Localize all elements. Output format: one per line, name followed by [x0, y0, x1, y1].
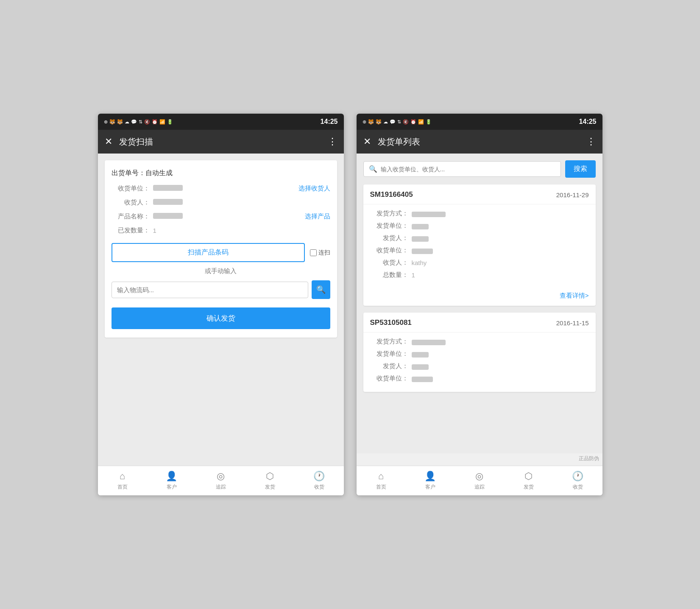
left-close-button[interactable]: ✕: [105, 136, 112, 147]
scan-section: 扫描产品条码 连扫 或手动输入 🔍 确认发货: [112, 243, 330, 329]
card-title: 出货单号：自动生成: [112, 169, 330, 178]
right-nav-receive[interactable]: 🕐 收货: [553, 466, 602, 495]
recvperson-label-1: 收货人：: [370, 259, 408, 267]
order-date-1: 2016-11-29: [556, 191, 589, 198]
receiver-unit-label: 收货单位：: [112, 184, 150, 193]
detail-link-1[interactable]: 查看详情>: [560, 292, 589, 300]
wifi-icon: ⇅: [139, 119, 142, 125]
recvunit-value-1: [408, 247, 433, 254]
r-home-icon: ⌂: [378, 471, 384, 482]
order-row-shiptype-2: 发货方式：: [370, 338, 589, 346]
shiptype-label-1: 发货方式：: [370, 210, 408, 218]
recvunit-value-2: [408, 375, 433, 382]
left-status-bar: ⊕ 🐯 🐯 ☁ 💬 ⇅ 🔇 ⏰ 📶 🔋 14:25: [98, 114, 344, 130]
right-status-icons: ⊕ 🐯 🐯 ☁ 💬 ⇅ 🔇 ⏰ 📶 🔋: [363, 119, 432, 125]
right-nav-ship[interactable]: ⬡ 发货: [504, 466, 553, 495]
right-nav-customer[interactable]: 👤 客户: [406, 466, 455, 495]
recvunit-label-1: 收货单位：: [370, 246, 408, 254]
shipunit-value-1: [408, 222, 429, 229]
right-status-bar: ⊕ 🐯 🐯 ☁ 💬 ⇅ 🔇 ⏰ 📶 🔋 14:25: [357, 114, 602, 130]
logistics-input[interactable]: [112, 282, 308, 298]
shipped-qty-value: 1: [150, 227, 330, 234]
right-content: 🔍 搜索 SM19166405 2016-11-29 发货方式：: [357, 154, 602, 453]
right-status-time: 14:25: [579, 118, 597, 126]
r-home-label: 首页: [376, 483, 386, 491]
search-input[interactable]: [381, 166, 555, 173]
customer-icon: 👤: [166, 471, 177, 482]
battery-icon: 🔋: [167, 119, 173, 125]
select-product-link[interactable]: 选择产品: [305, 212, 330, 221]
r-cloud-icon: ☁: [383, 119, 388, 125]
shipper-value-2: [408, 363, 429, 370]
scan-barcode-button[interactable]: 扫描产品条码: [112, 243, 305, 262]
right-close-button[interactable]: ✕: [363, 136, 371, 147]
cloud-icon: ☁: [125, 119, 129, 125]
logistics-search-button[interactable]: 🔍: [312, 280, 330, 299]
product-value: [150, 213, 305, 220]
shipunit-label-1: 发货单位：: [370, 222, 408, 230]
left-nav-customer[interactable]: 👤 客户: [147, 466, 196, 495]
search-bar: 🔍 搜索: [363, 160, 596, 178]
left-nav-home[interactable]: ⌂ 首页: [98, 466, 147, 495]
order-header-1: SM19166405 2016-11-29: [363, 184, 596, 204]
track-icon: ◎: [217, 471, 225, 482]
plus-icon: ⊕: [104, 119, 108, 125]
order-row-recvperson-1: 收货人： kathy: [370, 259, 589, 267]
app-icon-2: 🐯: [117, 119, 123, 125]
watermark: 正品防伪: [357, 453, 602, 466]
order-card-2: SP53105081 2016-11-15 发货方式： 发货单位：: [363, 313, 596, 392]
r-track-icon: ◎: [475, 471, 483, 482]
search-icon: 🔍: [316, 285, 326, 294]
r-alarm-icon: ⏰: [410, 119, 416, 125]
shipunit-value-2: [408, 350, 429, 358]
left-main-card: 出货单号：自动生成 收货单位： 选择收货人 收货人： 产品名称：: [105, 160, 337, 338]
continuous-scan-label[interactable]: 连扫: [310, 249, 330, 257]
order-id-1: SM19166405: [370, 190, 413, 199]
recvperson-value-1: kathy: [408, 259, 427, 266]
left-bottom-nav: ⌂ 首页 👤 客户 ◎ 追踪 ⬡ 发货 🕐 收货: [98, 466, 344, 495]
right-nav-home[interactable]: ⌂ 首页: [357, 466, 406, 495]
shipper-value-1: [408, 235, 429, 242]
order-card-1: SM19166405 2016-11-29 发货方式： 发货单位：: [363, 184, 596, 306]
left-app-title: 发货扫描: [119, 136, 321, 148]
right-app-bar: ✕ 发货单列表 ⋮: [357, 130, 602, 154]
r-signal-icon: 📶: [418, 119, 424, 125]
continuous-scan-checkbox[interactable]: [310, 249, 317, 256]
r-app-icon-2: 🐯: [376, 119, 382, 125]
left-menu-button[interactable]: ⋮: [328, 136, 337, 147]
order-row-shipper-1: 发货人：: [370, 234, 589, 242]
left-app-bar: ✕ 发货扫描 ⋮: [98, 130, 344, 154]
left-nav-receive[interactable]: 🕐 收货: [295, 466, 344, 495]
search-button[interactable]: 搜索: [565, 160, 596, 178]
order-row-recvunit-1: 收货单位：: [370, 246, 589, 254]
select-receiver-link[interactable]: 选择收货人: [298, 184, 330, 193]
shipunit-label-2: 发货单位：: [370, 350, 408, 358]
ship-label: 发货: [265, 483, 275, 491]
order-body-1: 发货方式： 发货单位： 发货人：: [363, 204, 596, 288]
r-track-label: 追踪: [474, 483, 485, 491]
continuous-scan-text: 连扫: [318, 249, 330, 257]
order-row-recvunit-2: 收货单位：: [370, 374, 589, 383]
form-row-receiver-unit: 收货单位： 选择收货人: [112, 184, 330, 193]
confirm-ship-button[interactable]: 确认发货: [112, 307, 330, 329]
app-icon-1: 🐯: [109, 119, 115, 125]
shipped-qty-label: 已发数量：: [112, 226, 150, 235]
right-nav-track[interactable]: ◎ 追踪: [455, 466, 504, 495]
order-body-2: 发货方式： 发货单位： 发货人：: [363, 332, 596, 392]
form-row-receiver: 收货人：: [112, 198, 330, 207]
mute-icon: 🔇: [144, 119, 150, 125]
right-menu-button[interactable]: ⋮: [586, 136, 596, 147]
search-input-wrap: 🔍: [363, 161, 561, 177]
receive-icon: 🕐: [313, 471, 325, 482]
left-nav-ship[interactable]: ⬡ 发货: [245, 466, 295, 495]
qty-label-1: 总数量：: [370, 271, 408, 279]
r-wechat-icon: 💬: [390, 119, 396, 125]
order-date-2: 2016-11-15: [556, 319, 589, 327]
left-nav-track[interactable]: ◎ 追踪: [196, 466, 245, 495]
r-plus-icon: ⊕: [363, 119, 366, 125]
scan-row: 扫描产品条码 连扫: [112, 243, 330, 262]
product-label: 产品名称：: [112, 212, 150, 221]
left-status-icons: ⊕ 🐯 🐯 ☁ 💬 ⇅ 🔇 ⏰ 📶 🔋: [104, 119, 173, 125]
search-magnifier-icon: 🔍: [369, 165, 377, 173]
order-row-shipunit-2: 发货单位：: [370, 350, 589, 358]
